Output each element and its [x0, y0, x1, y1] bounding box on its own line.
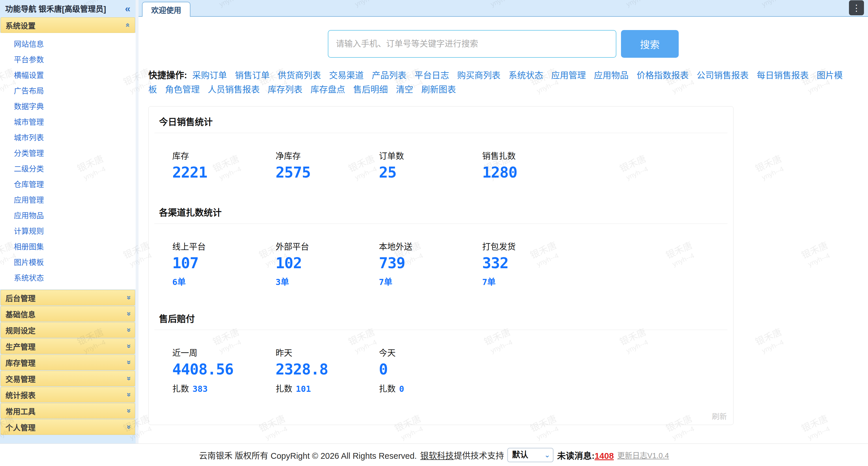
tab-welcome[interactable]: 欢迎使用	[142, 2, 190, 17]
quick-link[interactable]: 系统状态	[508, 70, 543, 80]
sidebar-section-label: 交易管理	[5, 373, 35, 384]
app-window: 功能导航 银禾唐[高级管理员] « 系统设置 « 网站信息平台参数横幅设置广告布…	[0, 0, 868, 443]
sidebar-section-header[interactable]: 基础信息«	[1, 306, 135, 322]
stat-block: 打包发货3327单	[482, 240, 586, 287]
theme-select[interactable]: 默认	[507, 448, 554, 462]
quick-link[interactable]: 购买商列表	[457, 70, 500, 80]
stats-panel: 今日销售统计库存2221净库存2575订单数25销售扎数1280各渠道扎数统计线…	[148, 106, 734, 425]
sidebar-section-header[interactable]: 规则设定«	[1, 322, 135, 338]
quick-link[interactable]: 公司销售报表	[696, 70, 748, 80]
main-body: 搜索 快捷操作:采购订单销售订单供货商列表交易渠道产品列表平台日志购买商列表系统…	[138, 17, 868, 443]
sidebar-item[interactable]: 横幅设置	[0, 67, 135, 83]
chevron-double-down-icon: «	[124, 360, 132, 365]
sidebar-item[interactable]: 应用物品	[0, 208, 135, 224]
stat-value: 1280	[482, 164, 586, 181]
sidebar-item[interactable]: 城市管理	[0, 114, 135, 130]
kebab-menu-button[interactable]: ⋮	[849, 0, 864, 15]
sidebar-splitter[interactable]	[135, 0, 138, 443]
quick-link[interactable]: 应用管理	[551, 70, 586, 80]
quick-link[interactable]: 销售订单	[235, 70, 270, 80]
quick-link[interactable]: 价格指数报表	[637, 70, 688, 80]
tech-support: 银软科技提供技术支持	[420, 449, 504, 461]
sidebar-section-header[interactable]: 库存管理«	[1, 354, 135, 370]
search-input[interactable]	[328, 30, 616, 58]
sidebar-item[interactable]: 二级分类	[0, 161, 135, 177]
sidebar-item[interactable]: 广告布局	[0, 83, 135, 99]
divider	[154, 224, 727, 224]
quick-link[interactable]: 供货商列表	[278, 70, 321, 80]
sidebar-item[interactable]: 仓库管理	[0, 177, 135, 192]
stat-label: 净库存	[276, 149, 379, 162]
quick-link[interactable]: 应用物品	[594, 70, 628, 80]
stat-label: 近一周	[172, 346, 276, 358]
sidebar-section-label: 统计报表	[5, 389, 35, 400]
section-title: 各渠道扎数统计	[159, 205, 727, 218]
sidebar-item[interactable]: 相册图集	[0, 239, 135, 255]
panel-refresh-link[interactable]: 刷新	[712, 411, 727, 421]
unread-count[interactable]: 1408	[594, 451, 614, 461]
sidebar-item[interactable]: 数据字典	[0, 99, 135, 114]
stat-label: 订单数	[379, 149, 482, 162]
stat-value: 739	[379, 254, 482, 272]
unread-label: 未读消息:	[557, 451, 594, 461]
chevron-double-down-icon: «	[124, 377, 132, 381]
quick-link[interactable]: 角色管理	[165, 85, 200, 94]
stat-value: 2328.8	[276, 360, 379, 378]
stat-label: 昨天	[276, 346, 379, 358]
chevron-double-down-icon: «	[124, 344, 132, 348]
sidebar-section-header[interactable]: 常用工具«	[1, 403, 135, 419]
stats-section: 售后赔付近一周4408.56扎数383昨天2328.8扎数101今天0扎数0	[149, 305, 733, 394]
quick-link[interactable]: 人员销售报表	[208, 85, 260, 94]
sidebar-item[interactable]: 城市列表	[0, 130, 135, 146]
sidebar-section-label: 规则设定	[5, 325, 35, 336]
quick-link[interactable]: 刷新图表	[421, 85, 456, 94]
kebab-menu-icon: ⋮	[852, 3, 861, 13]
sidebar-section-header[interactable]: 交易管理«	[1, 371, 135, 386]
sidebar-item[interactable]: 应用管理	[0, 192, 135, 208]
search-button[interactable]: 搜索	[621, 30, 679, 58]
quick-link[interactable]: 售后明细	[353, 85, 388, 94]
sidebar-header: 功能导航 银禾唐[高级管理员] «	[0, 0, 135, 17]
stat-subrow: 扎数101	[276, 382, 379, 394]
stat-value: 107	[172, 254, 276, 272]
stat-block: 库存2221	[172, 149, 276, 181]
sidebar-item[interactable]: 网站信息	[0, 36, 135, 52]
sidebar-section-label: 常用工具	[5, 406, 35, 416]
tech-support-link[interactable]: 银软科技	[420, 451, 454, 461]
chevron-double-down-icon: «	[124, 328, 132, 332]
stat-block: 净库存2575	[276, 149, 379, 181]
quick-link[interactable]: 清空	[396, 85, 413, 94]
quick-actions-row: 快捷操作:采购订单销售订单供货商列表交易渠道产品列表平台日志购买商列表系统状态应…	[148, 68, 858, 96]
sidebar-accordion: 系统设置 « 网站信息平台参数横幅设置广告布局数据字典城市管理城市列表分类管理二…	[0, 17, 135, 435]
sidebar-item[interactable]: 计算规则	[0, 224, 135, 239]
stat-row: 库存2221净库存2575订单数25销售扎数1280	[172, 149, 727, 181]
sidebar-section-header[interactable]: 统计报表«	[1, 387, 135, 403]
sidebar-item[interactable]: 系统状态	[0, 270, 135, 286]
quick-link[interactable]: 库存列表	[268, 85, 302, 94]
quick-link[interactable]: 产品列表	[372, 70, 406, 80]
sidebar-item[interactable]: 图片模板	[0, 255, 135, 270]
sidebar-section-header[interactable]: 系统设置 «	[1, 17, 135, 33]
stat-sub-value: 0	[399, 384, 404, 394]
quick-link[interactable]: 交易渠道	[329, 70, 364, 80]
stat-block: 近一周4408.56扎数383	[172, 346, 276, 394]
sidebar-section-header[interactable]: 后台管理«	[1, 290, 135, 305]
quick-link[interactable]: 采购订单	[192, 70, 227, 80]
stat-sub: 6单	[172, 275, 276, 287]
stat-value: 2221	[172, 164, 276, 181]
stat-sub-label: 扎数	[379, 384, 396, 394]
quick-link[interactable]: 库存盘点	[310, 85, 345, 94]
changelog-link[interactable]: 更新日志V1.0.4	[617, 449, 669, 460]
sidebar-collapse-icon[interactable]: «	[125, 3, 130, 13]
quick-link[interactable]: 每日销售报表	[756, 70, 809, 80]
sidebar-section-header[interactable]: 个人管理«	[1, 419, 135, 435]
stat-block: 今天0扎数0	[379, 346, 482, 394]
sidebar-item[interactable]: 平台参数	[0, 52, 135, 67]
sidebar-section-header[interactable]: 生产管理«	[1, 339, 135, 354]
quick-link[interactable]: 平台日志	[414, 70, 449, 80]
sidebar-item[interactable]: 分类管理	[0, 146, 135, 161]
sidebar-section-label: 库存管理	[5, 357, 35, 368]
stat-value: 102	[276, 254, 379, 272]
stats-section: 今日销售统计库存2221净库存2575订单数25销售扎数1280	[149, 108, 733, 181]
theme-select-wrap: 默认 ⌄	[507, 448, 554, 462]
